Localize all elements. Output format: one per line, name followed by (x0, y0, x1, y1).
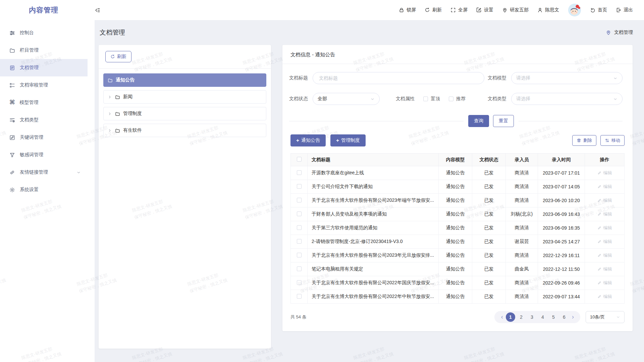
edit-button[interactable]: 编辑 (597, 211, 612, 217)
header-action[interactable]: 研发五部 (498, 7, 533, 13)
doc-model-select[interactable]: 请选择 (511, 72, 623, 84)
header-action[interactable]: 陈思文 (533, 7, 564, 13)
edit-button[interactable]: 编辑 (597, 197, 612, 203)
entry-time-cell: 2023-06-09 16:35 (538, 221, 585, 235)
home-back-icon (590, 7, 595, 13)
header-action[interactable]: 锁屏 (394, 7, 420, 13)
add-document-button[interactable]: + 管理制度 (330, 134, 366, 146)
sidebar-item-label: 文档管理 (20, 65, 39, 71)
reset-button[interactable]: 重置 (493, 115, 514, 127)
row-checkbox[interactable] (297, 280, 302, 285)
sidebar-item[interactable]: 文档管理 (0, 59, 88, 76)
doc-type-select[interactable]: 请选择 (511, 93, 623, 105)
edit-button[interactable]: 编辑 (597, 294, 612, 300)
header-action[interactable]: 首页 (586, 7, 611, 13)
table-row[interactable]: 关于公司介绍文件下载的通知 通知公告 已发 商清清 2023-07-07 14:… (291, 180, 625, 194)
page-number-button[interactable]: 3 (527, 312, 537, 322)
sidebar-item[interactable]: 控制台 (0, 24, 88, 42)
row-checkbox[interactable] (297, 294, 302, 299)
tree-node-label: 通知公告 (116, 77, 135, 83)
edit-button[interactable]: 编辑 (597, 225, 612, 231)
header-action[interactable]: 刷新 (420, 7, 446, 13)
table-row[interactable]: 关于北京有生博大软件股份有限公司2023年端午节放假安... 通知公告 已发 商… (291, 194, 625, 207)
row-checkbox[interactable] (297, 198, 302, 202)
sidebar-collapse-button[interactable] (95, 7, 100, 13)
add-document-button[interactable]: + 通知公告 (290, 134, 326, 146)
sidebar-item[interactable]: ⌘ 模型管理 (0, 94, 88, 111)
table-row[interactable]: 笔记本电脑租用有关规定 通知公告 已发 曲金凤 2022-12-12 11:50… (291, 262, 625, 276)
keyword-icon (9, 135, 15, 140)
avatar[interactable] (568, 4, 581, 16)
sidebar-item[interactable]: 系统设置 (0, 181, 88, 198)
table-row[interactable]: 于财务部人员变动及相关事项的通知 通知公告 已发 刘杨(北京) 2023-06-… (291, 207, 625, 221)
entry-time-cell: 2022-12-12 11:50 (538, 262, 585, 276)
tree-node[interactable]: 有生软件 (103, 124, 266, 137)
sidebar-menu: 控制台 栏目管理 文档管理 文档审核管理 ⌘ (0, 24, 88, 198)
table-row[interactable]: 开源数字底座在gitee上线 通知公告 已发 商清清 2023-07-07 17… (291, 166, 625, 180)
edit-button[interactable]: 编辑 (597, 170, 612, 176)
row-checkbox[interactable] (297, 239, 302, 244)
table-row[interactable]: 关于北京有生博大软件股份有限公司2023年元旦放假安排... 通知公告 已发 商… (291, 249, 625, 262)
header-action[interactable]: 退出 (611, 7, 637, 13)
edit-button[interactable]: 编辑 (597, 252, 612, 258)
edit-button[interactable]: 编辑 (597, 266, 612, 272)
row-checkbox[interactable] (297, 184, 302, 189)
table-row[interactable]: 关于北京有生博大软件股份有限公司2022年国庆节放假安... 通知公告 已发 商… (291, 276, 625, 290)
row-checkbox[interactable] (297, 212, 302, 216)
doc-title-cell: 2-请销假管理制度-北京-修订20230419-V3.0 (308, 235, 439, 249)
checkbox[interactable] (449, 97, 453, 101)
chevron-right-icon[interactable] (108, 112, 112, 116)
table-row[interactable]: 关于第三方软件使用规范的通知 通知公告 已发 商清清 2023-06-09 16… (291, 221, 625, 235)
attr-recommend-checkbox[interactable]: 推荐 (449, 96, 466, 102)
tree-node[interactable]: 新闻 (103, 90, 266, 104)
delete-button[interactable]: 删除 (572, 135, 596, 146)
search-button[interactable]: 查询 (468, 115, 489, 127)
doc-title-input[interactable] (313, 72, 484, 84)
tree-node[interactable]: 通知公告 (103, 73, 266, 87)
header-action[interactable]: 设置 (472, 7, 498, 13)
sidebar-item[interactable]: 友情链接管理 (0, 164, 88, 181)
row-checkbox[interactable] (297, 253, 302, 257)
page-size-select[interactable]: 10条/页 (586, 311, 625, 323)
doc-status-cell: 已发 (472, 166, 506, 180)
sidebar-item[interactable]: 文档审核管理 (0, 76, 88, 94)
page-number-button[interactable]: 4 (538, 312, 547, 322)
page-number-button[interactable]: 2 (517, 312, 526, 322)
move-button[interactable]: 移动 (600, 135, 625, 146)
tree-node-label: 新闻 (123, 94, 132, 100)
edit-button[interactable]: 编辑 (597, 280, 612, 286)
edit-button[interactable]: 编辑 (597, 184, 612, 190)
page-number-button[interactable]: 6 (559, 312, 569, 322)
app-logo: 内容管理 (0, 5, 88, 15)
breadcrumb[interactable]: 文档管理 (606, 29, 633, 36)
sidebar-item[interactable]: 关键词管理 (0, 129, 88, 146)
edit-button[interactable]: 编辑 (597, 239, 612, 245)
prev-page-button[interactable] (498, 315, 506, 319)
chevron-right-icon[interactable] (108, 95, 112, 99)
select-all-checkbox[interactable] (297, 157, 302, 162)
doc-status-value: 全部 (318, 96, 327, 102)
chevron-down-icon (613, 76, 618, 80)
row-checkbox[interactable] (297, 170, 302, 175)
table-row[interactable]: 2-请销假管理制度-北京-修订20230419-V3.0 通知公告 已发 谢晨芸… (291, 235, 625, 249)
row-checkbox[interactable] (297, 225, 302, 230)
header-action[interactable]: 全屏 (446, 7, 472, 13)
page-number-button[interactable]: 1 (506, 312, 515, 322)
doc-status-select[interactable]: 全部 (313, 93, 380, 105)
entry-time-cell: 2023-07-07 17:01 (538, 166, 585, 180)
page-number-button[interactable]: 5 (549, 312, 558, 322)
sidebar-item[interactable]: 文档类型 (0, 111, 88, 129)
tree-node-label: 管理制度 (123, 111, 142, 117)
row-checkbox[interactable] (297, 266, 302, 271)
doc-title-cell: 关于公司介绍文件下载的通知 (308, 180, 439, 194)
table-row[interactable]: 关于北京有生博大软件股份有限公司2022年中秋节放假安... 通知公告 已发 商… (291, 290, 625, 304)
checkbox[interactable] (423, 97, 428, 101)
edit-pencil-icon (597, 212, 602, 216)
tree-node[interactable]: 管理制度 (103, 107, 266, 120)
sidebar-item[interactable]: 栏目管理 (0, 42, 88, 59)
sidebar-item[interactable]: 敏感词管理 (0, 146, 88, 164)
tree-refresh-button[interactable]: 刷新 (105, 51, 131, 62)
next-page-button[interactable] (569, 315, 577, 319)
chevron-right-icon[interactable] (108, 128, 112, 133)
attr-top-checkbox[interactable]: 置顶 (423, 96, 440, 102)
